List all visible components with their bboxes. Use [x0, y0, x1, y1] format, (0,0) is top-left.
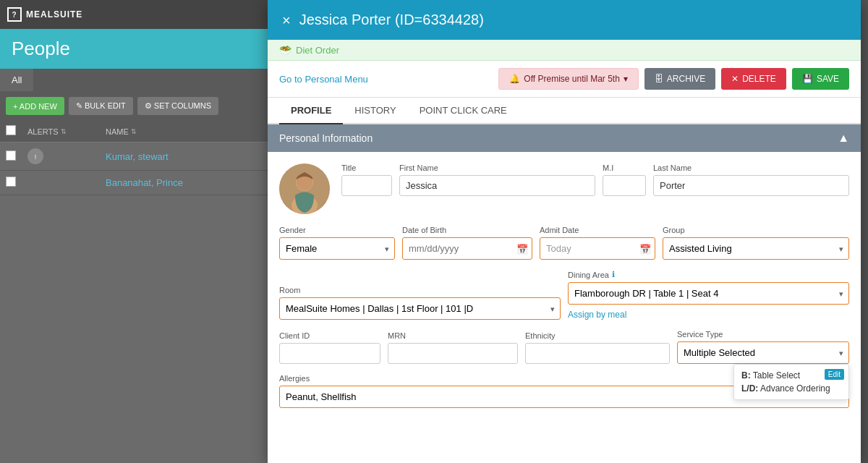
off-premise-label: Off Premise until Mar 5th [524, 74, 620, 84]
mrn-field-group: MRN [388, 331, 518, 364]
client-id-field-group: Client ID [279, 331, 380, 364]
title-label: Title [341, 163, 392, 172]
dob-calendar-icon[interactable]: 📅 [516, 243, 528, 254]
group-select[interactable]: Assisted Living Independent Living Memor… [663, 237, 849, 260]
lastname-label: Last Name [653, 163, 849, 172]
gender-select-wrapper: Female Male Other ▾ [279, 237, 395, 260]
client-id-input[interactable] [279, 343, 380, 364]
modal-close-button[interactable]: × [282, 13, 291, 27]
sidebar-header: ? MEALSUITE [0, 0, 268, 29]
group-field-group: Group Assisted Living Independent Living… [663, 226, 849, 260]
brand-logo: ? MEALSUITE [7, 7, 82, 22]
table-row[interactable]: Bananahat, Prince [0, 171, 268, 195]
name-sort-icon[interactable]: ⇅ [131, 128, 137, 135]
tab-profile[interactable]: PROFILE [279, 98, 343, 124]
service-type-select[interactable]: Multiple Selected [677, 341, 849, 364]
ethnicity-label: Ethnicity [525, 331, 670, 340]
admit-calendar-icon[interactable]: 📅 [639, 243, 651, 254]
title-field-group: Title [341, 163, 392, 196]
avatar-row: Title First Name M.I [279, 163, 849, 214]
lastname-field-group: Last Name [653, 163, 849, 196]
row-checkbox[interactable] [6, 150, 16, 161]
set-columns-button[interactable]: ⚙ SET COLUMNS [137, 97, 218, 115]
room-field-group: Room MealSuite Homes | Dallas | 1st Floo… [279, 286, 561, 320]
dining-area-select[interactable]: Flamborough DR | Table 1 | Seat 4 [568, 282, 849, 305]
service-type-select-wrapper: Multiple Selected ▾ [677, 341, 849, 364]
ethnicity-input[interactable] [525, 343, 670, 364]
dining-area-select-wrapper: Flamborough DR | Table 1 | Seat 4 ▾ [568, 282, 849, 305]
room-select[interactable]: MealSuite Homes | Dallas | 1st Floor | 1… [279, 297, 561, 320]
gender-field-group: Gender Female Male Other ▾ [279, 226, 395, 260]
table-row[interactable]: ! Kumar, stewart [0, 143, 268, 171]
table-header: ALERTS ⇅ NAME ⇅ [0, 121, 268, 143]
delete-icon: ✕ [731, 74, 739, 84]
toolbar-buttons: 🔔 Off Premise until Mar 5th ▾ 🗄 ARCHIVE … [498, 68, 849, 90]
ethnicity-field-group: Ethnicity [525, 331, 670, 364]
tab-history[interactable]: HISTORY [343, 98, 407, 124]
save-label: SAVE [817, 74, 839, 84]
resident-name[interactable]: Bananahat, Prince [106, 177, 262, 188]
add-new-button[interactable]: + ADD NEW [6, 97, 64, 115]
personal-info-section-header: Personal Information ▲ [268, 124, 861, 152]
mi-input[interactable] [603, 175, 646, 196]
save-icon: 💾 [802, 74, 813, 84]
modal-header: × Jessica Porter (ID=6334428) [268, 0, 861, 40]
sidebar-tab-all[interactable]: All [0, 69, 33, 91]
mrn-input[interactable] [388, 343, 518, 364]
select-all-checkbox[interactable] [6, 125, 16, 135]
room-label: Room [279, 286, 561, 294]
archive-icon: 🗄 [655, 74, 663, 84]
resident-name[interactable]: Kumar, stewart [106, 151, 262, 162]
personal-menu-link[interactable]: Go to Personal Menu [279, 74, 368, 85]
row-checkbox[interactable] [6, 177, 16, 187]
modal-container: × Jessica Porter (ID=6334428) 🥗 Diet Ord… [268, 0, 861, 463]
lastname-input[interactable] [653, 175, 849, 196]
delete-label: DELETE [742, 74, 776, 84]
name-fields-row: Title First Name M.I [341, 163, 849, 196]
diet-order-label[interactable]: Diet Order [296, 45, 339, 56]
svg-text:!: ! [35, 153, 37, 161]
service-type-option-2: L/D: Advance Ordering [741, 383, 841, 394]
admit-date-wrapper: 📅 [540, 237, 655, 260]
alerts-sort-icon[interactable]: ⇅ [61, 128, 67, 135]
dining-area-info-icon[interactable]: ℹ [612, 270, 615, 279]
delete-button[interactable]: ✕ DELETE [721, 68, 786, 90]
title-input[interactable] [341, 175, 392, 196]
dining-area-label: Dining Area ℹ [568, 270, 849, 279]
gender-select[interactable]: Female Male Other [279, 237, 395, 260]
section-toggle-icon[interactable]: ▲ [838, 132, 849, 145]
archive-button[interactable]: 🗄 ARCHIVE [644, 68, 715, 90]
diet-order-icon: 🥗 [279, 44, 292, 56]
brand-icon: ? [7, 7, 22, 22]
modal: × Jessica Porter (ID=6334428) 🥗 Diet Ord… [268, 0, 868, 463]
client-id-label: Client ID [279, 331, 380, 340]
row3: Room MealSuite Homes | Dallas | 1st Floo… [279, 270, 849, 320]
overlay: × Jessica Porter (ID=6334428) 🥗 Diet Ord… [268, 0, 868, 463]
room-select-wrapper: MealSuite Homes | Dallas | 1st Floor | 1… [279, 297, 561, 320]
dining-field-group: Dining Area ℹ Flamborough DR | Table 1 |… [568, 270, 849, 320]
admit-date-field-group: Admit Date 📅 [540, 226, 655, 260]
brand-name: MEALSUITE [26, 9, 82, 20]
assign-by-meal-link[interactable]: Assign by meal [568, 310, 849, 320]
sidebar: ? MEALSUITE People All + ADD NEW ✎ BULK … [0, 0, 268, 463]
sidebar-people-section: People [0, 29, 268, 69]
dob-input[interactable] [402, 237, 532, 260]
firstname-input[interactable] [399, 175, 595, 196]
alert-icon: ! [27, 148, 43, 164]
diet-order-bar: 🥗 Diet Order [268, 40, 861, 61]
avatar[interactable] [279, 163, 330, 214]
dob-date-wrapper: 📅 [402, 237, 532, 260]
save-button[interactable]: 💾 SAVE [792, 68, 849, 90]
modal-content: Personal Information ▲ [268, 124, 861, 430]
admit-date-input[interactable] [540, 237, 655, 260]
service-type-edit-button[interactable]: Edit [825, 369, 844, 380]
firstname-label: First Name [399, 163, 595, 172]
sidebar-actions: + ADD NEW ✎ BULK EDIT ⚙ SET COLUMNS [0, 91, 268, 121]
tab-point-click-care[interactable]: POINT CLICK CARE [408, 98, 519, 124]
off-premise-button[interactable]: 🔔 Off Premise until Mar 5th ▾ [498, 68, 639, 90]
bulk-edit-button[interactable]: ✎ BULK EDIT [69, 97, 133, 115]
service-type-field-group: Service Type Multiple Selected ▾ Edit [677, 330, 849, 364]
admit-date-label: Admit Date [540, 226, 655, 234]
row2: Gender Female Male Other ▾ [279, 226, 849, 260]
service-type-label: Service Type [677, 330, 849, 339]
